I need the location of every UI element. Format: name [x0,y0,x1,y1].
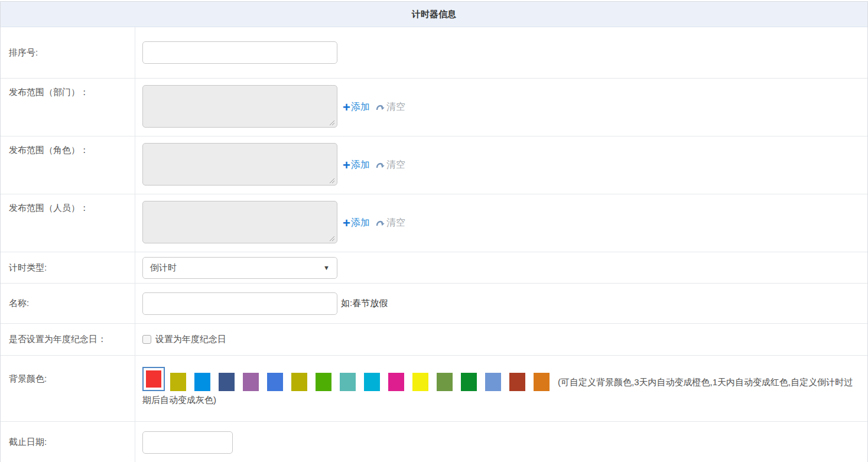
scope-department-label-cell: 发布范围（部门）： [1,79,135,136]
form-header: 计时器信息 [1,2,867,27]
scope-person-content: + 添加 清空 [135,194,867,252]
sort-number-label: 排序号: [9,47,38,58]
add-label: 添加 [351,217,370,229]
scope-person-textarea[interactable] [142,201,337,243]
name-input[interactable] [142,292,337,315]
timer-type-select[interactable]: 倒计时 ▼ [142,257,337,279]
deadline-label: 截止日期: [9,437,47,448]
plus-icon: + [343,159,350,172]
name-content: 如:春节放假 [135,284,867,323]
resize-handle-icon[interactable] [329,178,335,184]
color-swatch[interactable] [509,373,525,391]
timer-type-selected-value: 倒计时 [150,262,323,274]
timer-type-content: 倒计时 ▼ [135,252,867,283]
row-background-color: 背景颜色: (可自定义背景颜色,3天内自动变成橙色,1天内自动变成红色,自定义倒… [1,356,867,422]
scope-department-textarea[interactable] [142,85,337,128]
color-swatch[interactable] [194,373,210,391]
page-title: 计时器信息 [412,9,456,20]
color-swatch[interactable] [146,370,161,388]
scope-role-label: 发布范围（角色）： [9,145,89,156]
clear-role-link[interactable]: 清空 [376,159,405,171]
sort-number-input[interactable] [142,41,337,64]
clear-department-link[interactable]: 清空 [376,101,405,113]
plus-icon: + [343,217,350,230]
resize-handle-icon[interactable] [329,236,335,242]
clear-label: 清空 [386,101,405,113]
scope-person-label-cell: 发布范围（人员）： [1,194,135,252]
plus-icon: + [343,101,350,114]
color-swatch[interactable] [364,373,380,391]
color-swatch[interactable] [267,373,283,391]
deadline-date-input[interactable] [142,431,233,454]
color-swatch[interactable] [485,373,501,391]
timer-type-label: 计时类型: [9,262,47,274]
anniversary-content: 设置为年度纪念日 [135,324,867,355]
anniversary-label-cell: 是否设置为年度纪念日： [1,324,135,355]
clear-arrow-icon [376,103,385,112]
color-swatch[interactable] [316,373,331,391]
clear-arrow-icon [376,219,385,227]
resize-handle-icon[interactable] [329,120,335,126]
scope-role-textarea[interactable] [142,143,337,186]
anniversary-label: 是否设置为年度纪念日： [9,334,106,345]
deadline-label-cell: 截止日期: [1,422,135,462]
add-label: 添加 [351,159,370,171]
scope-role-content: + 添加 清空 [135,136,867,194]
color-swatch[interactable] [340,373,356,391]
clear-label: 清空 [386,217,405,229]
row-timer-type: 计时类型: 倒计时 ▼ [1,252,867,284]
row-sort-number: 排序号: [1,27,867,79]
name-label-cell: 名称: [1,284,135,323]
sort-number-content [135,27,867,78]
row-scope-department: 发布范围（部门）： + 添加 清空 [1,79,867,136]
scope-department-content: + 添加 清空 [135,79,867,136]
row-anniversary: 是否设置为年度纪念日： 设置为年度纪念日 [1,324,867,356]
color-swatch[interactable] [219,373,235,391]
anniversary-checkbox[interactable] [142,335,151,344]
clear-label: 清空 [386,159,405,171]
scope-department-label: 发布范围（部门）： [9,87,89,98]
background-color-label-cell: 背景颜色: [1,356,135,421]
anniversary-checkbox-label: 设置为年度纪念日 [155,334,226,345]
scope-person-label: 发布范围（人员）： [9,203,89,214]
row-scope-person: 发布范围（人员）： + 添加 清空 [1,194,867,252]
row-deadline: 截止日期: [1,422,867,462]
color-swatch[interactable] [388,373,404,391]
color-swatch[interactable] [461,373,477,391]
sort-number-label-cell: 排序号: [1,27,135,78]
scope-role-label-cell: 发布范围（角色）： [1,136,135,194]
color-swatch[interactable] [412,373,428,391]
timer-info-form: 计时器信息 排序号: 发布范围（部门）： + 添加 [0,1,868,462]
add-department-link[interactable]: + 添加 [343,101,370,114]
color-swatch[interactable] [243,373,259,391]
timer-type-label-cell: 计时类型: [1,252,135,283]
background-color-label: 背景颜色: [9,373,47,385]
color-swatch[interactable] [437,373,453,391]
name-hint: 如:春节放假 [341,298,388,309]
color-swatch-selected-frame[interactable] [142,367,165,391]
color-swatch[interactable] [534,373,550,391]
add-role-link[interactable]: + 添加 [343,159,370,172]
color-swatch[interactable] [170,373,186,391]
row-scope-role: 发布范围（角色）： + 添加 清空 [1,136,867,194]
name-label: 名称: [9,298,29,309]
row-name: 名称: 如:春节放假 [1,284,867,324]
clear-person-link[interactable]: 清空 [376,217,405,229]
clear-arrow-icon [376,161,385,170]
add-label: 添加 [351,101,370,113]
color-swatch[interactable] [291,373,307,391]
add-person-link[interactable]: + 添加 [343,217,370,230]
chevron-down-icon: ▼ [323,264,330,271]
color-swatch-list: (可自定义背景颜色,3天内自动变成橙色,1天内自动变成红色,自定义倒计时过期后自… [135,356,867,421]
deadline-content [135,422,867,462]
